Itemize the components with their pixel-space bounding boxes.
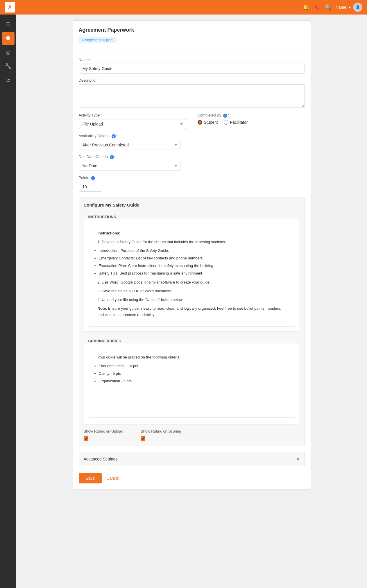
due-date-select[interactable]: No Date Specific Date Days After Start [79,161,180,171]
more-options-icon[interactable]: ⋮ [299,26,305,33]
required-indicator: * [89,58,91,62]
bullet-2: Emergency Contacts: List of key contacts… [99,255,286,261]
sidebar: ☰ ⚉ ◎ 🔧 🗂 [0,15,16,588]
rubric-intro: Your guide will be graded on the followi… [98,354,286,361]
radio-student-input[interactable] [198,120,202,125]
completed-by-col: Completed By i* Student Facilitator [198,113,305,134]
rubric-bullet-1: Thoughtfulness - 10 pts [99,363,286,369]
availability-info-icon[interactable]: i [112,134,116,138]
show-rubric-scoring-label: Show Rubric on Scoring [141,429,181,433]
due-date-field-group: Due Date Criteria i* No Date Specific Da… [79,155,305,171]
rubric-bullet-3: Organization - 5 pts [99,378,286,384]
due-date-info-icon[interactable]: i [110,155,114,159]
instructions-step1: 1. Develop a Safety Guide for the church… [98,239,286,245]
user-menu[interactable]: Name ▾ 👤 [336,3,362,12]
points-field-group: Points i [79,175,305,192]
instructions-step3: 3. Save the file as a PDF or Word docume… [98,288,286,294]
card-header: Agreement Paperwork ⋮ [79,26,305,33]
bookmark-icon[interactable]: 🔖 [314,4,320,10]
activity-type-label: Activity Type* [79,113,186,117]
wrench-icon: 🔧 [5,63,11,69]
radio-facilitator-input[interactable] [224,120,228,125]
name-label: Name* [79,58,305,62]
instructions-step4: 4. Upload your file using the "Upload" b… [98,297,286,303]
radio-facilitator[interactable]: Facilitator [224,120,248,125]
navbar: A 🔔 🔖 🔍 Name ▾ 👤 [0,0,367,15]
bell-icon[interactable]: 🔔 [302,4,309,10]
show-rubric-scoring-checkbox-label[interactable] [141,436,181,441]
availability-label: Availability Criteria i* [79,134,305,138]
divider [79,53,305,53]
instructions-text: Instructions: 1. Develop a Safety Guide … [98,230,286,318]
show-rubric-upload-checkbox-label[interactable] [84,436,123,441]
show-rubric-upload-group: Show Rubric on Upload [84,429,123,441]
points-label: Points i [79,175,305,180]
chevron-down-icon: ∨ [296,456,300,462]
completions-badge: Completions: 0 (0%) [79,37,117,43]
show-rubric-upload-label: Show Rubric on Upload [84,429,123,433]
rubric-editor[interactable]: Your guide will be graded on the followi… [84,343,300,424]
radio-student[interactable]: Student [198,120,218,125]
sidebar-item-wrench[interactable]: 🔧 [2,60,15,73]
configure-title: Configure My Safety Guide [84,202,300,207]
instructions-bullets1: Introduction: Purpose of the Safety Guid… [99,248,286,277]
points-input[interactable] [79,182,102,192]
chevron-down-icon: ▾ [349,5,351,10]
name-input[interactable] [79,64,305,74]
activity-completed-row: Activity Type* File Upload Link Text Qui… [79,113,305,134]
rubric-content: Your guide will be graded on the followi… [89,348,295,418]
show-rubric-scoring-group: Show Rubric on Scoring [141,429,181,441]
rubric-bullet-2: Clarity - 5 pts [99,370,286,377]
instructions-step2: 2. Use Word, Google Docs, or similar sof… [98,279,286,286]
description-label: Description [79,78,305,83]
note-prefix: Note [98,306,106,311]
search-icon[interactable]: 🔍 [325,4,331,10]
document-icon: ☰ [6,21,10,28]
due-date-label: Due Date Criteria i* [79,155,305,159]
name-field-group: Name* [79,58,305,74]
instructions-content: Instructions: 1. Develop a Safety Guide … [89,224,295,327]
sidebar-item-coin[interactable]: ◎ [2,46,15,59]
activity-type-col: Activity Type* File Upload Link Text Qui… [79,113,186,134]
footer-buttons: Save Cancel [79,473,305,483]
rubric-group: Grading Rubric Your guide will be graded… [84,336,300,424]
advanced-settings-section: Advanced Settings ∨ [79,452,305,466]
form-card: Agreement Paperwork ⋮ Completions: 0 (0%… [73,20,311,490]
rubric-label: Grading Rubric [84,336,300,343]
save-button[interactable]: Save [79,473,102,483]
activity-type-select[interactable]: File Upload Link Text Quiz [79,119,186,129]
user-name: Name [336,5,346,10]
availability-select[interactable]: After Previous Completed Always Availabl… [79,140,180,150]
coin-icon: ◎ [6,49,10,55]
show-rubric-scoring-checkbox[interactable] [141,436,145,441]
availability-field-group: Availability Criteria i* After Previous … [79,134,305,150]
configure-section: Configure My Safety Guide Instructions I… [79,198,305,446]
sidebar-item-briefcase[interactable]: 🗂 [2,74,15,87]
main-content: Agreement Paperwork ⋮ Completions: 0 (0%… [16,15,367,588]
sidebar-item-person[interactable]: ⚉ [2,32,15,45]
page-title: Agreement Paperwork [79,27,134,33]
advanced-title: Advanced Settings [84,457,118,461]
description-input[interactable] [79,84,305,107]
radio-facilitator-label: Facilitator [230,120,248,125]
app-logo[interactable]: A [5,2,15,12]
cancel-button[interactable]: Cancel [106,476,119,481]
person-icon: ⚉ [6,35,10,42]
show-rubric-upload-checkbox[interactable] [84,436,88,441]
completed-by-label: Completed By i* [198,113,305,118]
completed-by-info-icon[interactable]: i [223,114,227,118]
advanced-settings-header[interactable]: Advanced Settings ∨ [79,452,305,466]
avatar: 👤 [353,3,362,12]
bullet-3: Evacuation Plan: Clear instructions for … [99,263,286,269]
rubric-bullets: Thoughtfulness - 10 pts Clarity - 5 pts … [99,363,286,384]
briefcase-icon: 🗂 [6,77,11,83]
sidebar-item-document[interactable]: ☰ [2,18,15,31]
note-text: : Ensure your guide is easy to read, cle… [98,306,281,317]
instructions-editor[interactable]: Instructions: 1. Develop a Safety Guide … [84,219,300,331]
instructions-heading: Instructions: [98,231,121,235]
points-info-icon[interactable]: i [91,176,95,180]
rubric-text: Your guide will be graded on the followi… [98,354,286,384]
instructions-label: Instructions [84,212,300,219]
checkbox-row: Show Rubric on Upload Show Rubric on Sco… [84,429,300,441]
instructions-group: Instructions Instructions: 1. Develop a … [84,212,300,331]
